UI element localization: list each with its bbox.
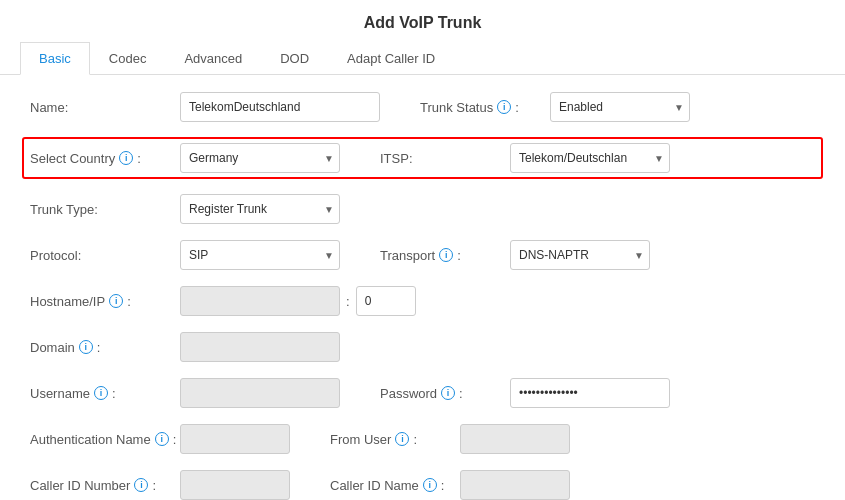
caller-id-name-label: Caller ID Name bbox=[330, 478, 419, 493]
itsp-label: ITSP: bbox=[380, 151, 413, 166]
password-info-icon[interactable]: i bbox=[441, 386, 455, 400]
select-country-info-icon[interactable]: i bbox=[119, 151, 133, 165]
caller-id-number-label: Caller ID Number bbox=[30, 478, 130, 493]
name-label: Name: bbox=[30, 100, 68, 115]
page-title: Add VoIP Trunk bbox=[0, 0, 845, 42]
from-user-label: From User bbox=[330, 432, 391, 447]
tab-advanced[interactable]: Advanced bbox=[165, 42, 261, 75]
select-country-label: Select Country bbox=[30, 151, 115, 166]
name-input[interactable] bbox=[180, 92, 380, 122]
tab-codec[interactable]: Codec bbox=[90, 42, 166, 75]
transport-select[interactable]: DNS-NAPTR UDP TCP TLS bbox=[510, 240, 650, 270]
caller-id-name-input-blurred[interactable] bbox=[460, 470, 570, 500]
auth-name-input-blurred[interactable] bbox=[180, 424, 290, 454]
tab-basic[interactable]: Basic bbox=[20, 42, 90, 75]
trunk-status-info-icon[interactable]: i bbox=[497, 100, 511, 114]
port-colon: : bbox=[346, 294, 350, 309]
domain-label: Domain bbox=[30, 340, 75, 355]
username-input-blurred[interactable] bbox=[180, 378, 340, 408]
caller-id-number-info-icon[interactable]: i bbox=[134, 478, 148, 492]
from-user-info-icon[interactable]: i bbox=[395, 432, 409, 446]
domain-input-blurred[interactable] bbox=[180, 332, 340, 362]
itsp-select[interactable]: Telekom/Deutschlan bbox=[510, 143, 670, 173]
protocol-select[interactable]: SIP IAX2 bbox=[180, 240, 340, 270]
trunk-type-label: Trunk Type: bbox=[30, 202, 98, 217]
caller-id-number-input-blurred[interactable] bbox=[180, 470, 290, 500]
trunk-status-select[interactable]: Enabled Disabled bbox=[550, 92, 690, 122]
password-input[interactable] bbox=[510, 378, 670, 408]
caller-id-name-info-icon[interactable]: i bbox=[423, 478, 437, 492]
transport-label: Transport bbox=[380, 248, 435, 263]
country-select[interactable]: Germany United States France bbox=[180, 143, 340, 173]
tabs: Basic Codec Advanced DOD Adapt Caller ID bbox=[0, 42, 845, 75]
auth-name-label: Authentication Name bbox=[30, 432, 151, 447]
username-info-icon[interactable]: i bbox=[94, 386, 108, 400]
port-input[interactable] bbox=[356, 286, 416, 316]
hostname-label: Hostname/IP bbox=[30, 294, 105, 309]
tab-adapt-caller-id[interactable]: Adapt Caller ID bbox=[328, 42, 454, 75]
trunk-type-select[interactable]: Register Trunk Peer Trunk Account Trunk bbox=[180, 194, 340, 224]
domain-info-icon[interactable]: i bbox=[79, 340, 93, 354]
transport-info-icon[interactable]: i bbox=[439, 248, 453, 262]
password-label: Password bbox=[380, 386, 437, 401]
protocol-label: Protocol: bbox=[30, 248, 81, 263]
auth-name-info-icon[interactable]: i bbox=[155, 432, 169, 446]
username-label: Username bbox=[30, 386, 90, 401]
trunk-status-label: Trunk Status bbox=[420, 100, 493, 115]
tab-dod[interactable]: DOD bbox=[261, 42, 328, 75]
hostname-info-icon[interactable]: i bbox=[109, 294, 123, 308]
hostname-input-blurred[interactable] bbox=[180, 286, 340, 316]
from-user-input-blurred[interactable] bbox=[460, 424, 570, 454]
